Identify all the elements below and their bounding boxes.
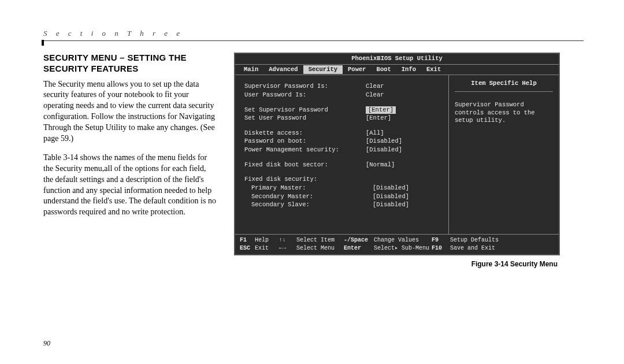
footer-action: Help: [255, 236, 279, 244]
bios-fields-panel: Supervisor Password Is:ClearUser Passwor…: [235, 75, 449, 234]
footer-action: Select Menu: [296, 244, 344, 252]
bios-footer: F1 Help ↑↓ Select Item -/Space Change Va…: [235, 234, 559, 254]
bios-field-label: User Password Is:: [244, 91, 366, 99]
footer-action: Change Values: [374, 236, 432, 244]
bios-field-label: Power Management security:: [244, 146, 366, 154]
bios-field-label: Secondary Master:: [244, 193, 373, 201]
header-rule: [43, 40, 584, 41]
figure-caption: Figure 3-14 Security Menu: [234, 260, 558, 268]
bios-help-text: Supervisor Password controls access to t…: [455, 101, 553, 125]
footer-key: F9: [432, 236, 450, 244]
bios-field-value: [All]: [366, 129, 384, 138]
bios-field-label: Primary Master:: [244, 184, 373, 192]
footer-key: F10: [432, 244, 450, 252]
bios-field-row[interactable]: Set Supervisor Password[Enter]: [244, 106, 443, 114]
bios-field-value: Clear: [366, 83, 384, 91]
page-title: SECURITY MENU – SETTING THE SECURITY FEA…: [43, 53, 217, 75]
bios-field-label: Fixed disk security:: [244, 176, 366, 184]
footer-key: F1: [240, 236, 255, 244]
bios-tab-exit[interactable]: Exit: [421, 65, 446, 75]
footer-action: Save and Exit: [450, 244, 554, 252]
footer-key: -/Space: [344, 236, 374, 244]
bios-field-value: [Disabled]: [373, 193, 409, 201]
bios-field-label: Fixed disk boot sector:: [244, 161, 366, 169]
bios-field-row[interactable]: Supervisor Password Is:Clear: [244, 83, 443, 91]
bios-tab-bar: Main Advanced Security Power Boot Info E…: [235, 64, 559, 76]
bios-field-row[interactable]: Secondary Master:[Disabled]: [244, 193, 443, 201]
bios-field-label: Diskette access:: [244, 129, 366, 138]
bios-field-value: [Enter]: [366, 106, 396, 114]
bios-tab-info[interactable]: Info: [396, 65, 421, 75]
section-header: S e c t i o n T h r e e: [43, 29, 584, 38]
bios-field-value: [Disabled]: [366, 138, 402, 146]
bios-tab-advanced[interactable]: Advanced: [263, 65, 303, 75]
bios-field-label: Set Supervisor Password: [244, 106, 366, 114]
footer-key: ↑↓: [279, 236, 296, 244]
bios-title: PhoenixBIOS Setup Utility: [235, 54, 559, 64]
bios-field-value: [Disabled]: [373, 184, 409, 192]
bios-field-value: [Disabled]: [373, 201, 409, 209]
bios-tab-power[interactable]: Power: [343, 65, 372, 75]
bios-field-row[interactable]: Password on boot:[Disabled]: [244, 138, 443, 146]
bios-field-label: Secondary Slave:: [244, 201, 373, 209]
footer-action: Select▸ Sub-Menu: [374, 244, 432, 252]
bios-tab-main[interactable]: Main: [239, 65, 263, 75]
bios-tab-boot[interactable]: Boot: [372, 65, 396, 75]
bios-field-value: [Enter]: [366, 114, 391, 122]
bios-screenshot: PhoenixBIOS Setup Utility Main Advanced …: [234, 53, 560, 255]
bios-field-value: [Disabled]: [366, 146, 402, 154]
footer-action: Setup Defaults: [450, 236, 554, 244]
paragraph: The Security menu allows you to set up t…: [43, 79, 217, 144]
bios-field-row[interactable]: Diskette access:[All]: [244, 129, 443, 138]
bios-help-panel: Item Specific Help Supervisor Password c…: [449, 75, 559, 234]
page-number: 90: [43, 339, 50, 348]
bios-field-value: Clear: [366, 91, 384, 99]
body-text-column: SECURITY MENU – SETTING THE SECURITY FEA…: [43, 53, 217, 268]
bios-tab-security[interactable]: Security: [303, 65, 343, 75]
footer-key: ←→: [279, 244, 296, 252]
bios-field-label: Password on boot:: [244, 138, 366, 146]
bios-field-row[interactable]: User Password Is:Clear: [244, 91, 443, 99]
bios-help-title: Item Specific Help: [455, 80, 553, 92]
bios-field-row[interactable]: Primary Master:[Disabled]: [244, 184, 443, 192]
footer-action: Exit: [255, 244, 279, 252]
bios-field-row[interactable]: Set User Password[Enter]: [244, 114, 443, 122]
bios-field-row[interactable]: Power Management security:[Disabled]: [244, 146, 443, 154]
footer-action: Select Item: [296, 236, 344, 244]
footer-key: ESC: [240, 244, 255, 252]
bios-field-label: Supervisor Password Is:: [244, 83, 366, 91]
bios-field-row[interactable]: Fixed disk security:: [244, 176, 443, 184]
footer-key: Enter: [344, 244, 374, 252]
bios-field-row[interactable]: Secondary Slave:[Disabled]: [244, 201, 443, 209]
bios-field-label: Set User Password: [244, 114, 366, 122]
bios-field-value: [Normal]: [366, 161, 395, 169]
paragraph: Table 3-14 shows the names of the menu f…: [43, 153, 217, 218]
bios-field-row[interactable]: Fixed disk boot sector:[Normal]: [244, 161, 443, 169]
